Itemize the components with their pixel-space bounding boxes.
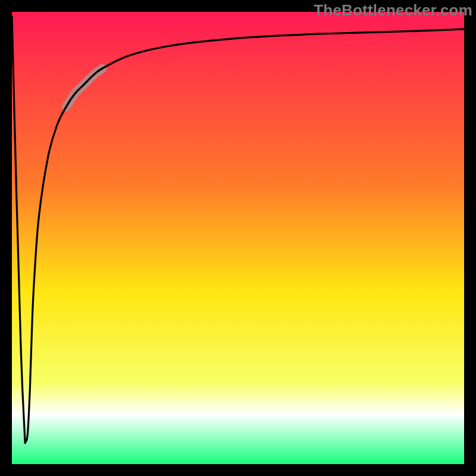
plot-background	[12, 12, 464, 464]
chart-svg	[0, 0, 476, 476]
attribution-watermark: TheBottlenecker.com	[314, 1, 472, 20]
chart-container: TheBottlenecker.com	[0, 0, 476, 476]
